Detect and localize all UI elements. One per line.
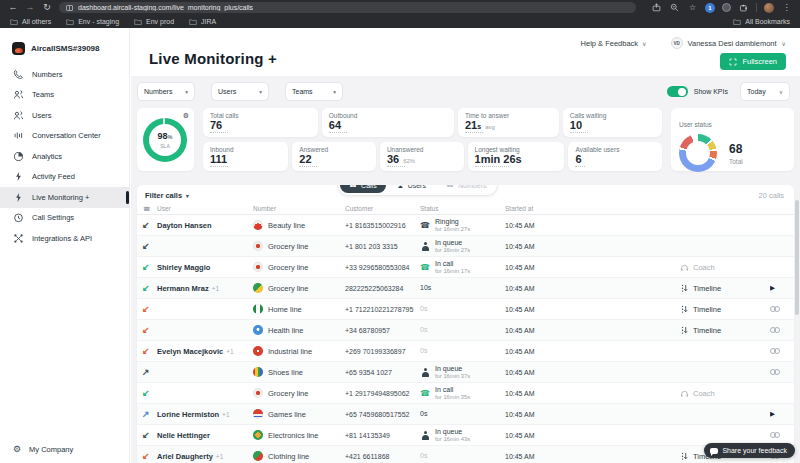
- period-dropdown[interactable]: Today∨: [740, 82, 790, 101]
- kpi-section: ⚙ 98% SLA Total calls 76: [137, 108, 794, 171]
- table-row[interactable]: Ariel Daugherty+1 Clothing line +421 661…: [137, 446, 794, 463]
- scrollbar-thumb[interactable]: [795, 200, 799, 315]
- row-secondary-action[interactable]: [770, 432, 780, 438]
- users-filter-dropdown[interactable]: Users▾: [211, 82, 269, 101]
- row-secondary-action[interactable]: [770, 410, 775, 418]
- status-label: 0s: [420, 347, 427, 355]
- caret-down-icon: ▾: [259, 89, 262, 95]
- table-row[interactable]: Shirley Maggio Grocery line +33 92965805…: [137, 257, 794, 278]
- sidebar-item-integrations-api[interactable]: Integrations & API: [0, 228, 129, 249]
- kpi-unanswered: Unanswered 3662%: [380, 142, 464, 171]
- pie-chart-icon: [13, 151, 24, 162]
- bookmark-star-icon[interactable]: ☆: [687, 2, 698, 13]
- sidebar-item-live-monitoring[interactable]: Live Monitoring +: [0, 187, 129, 208]
- all-bookmarks[interactable]: All Bookmarks: [733, 18, 790, 26]
- kpi-longest-waiting: Longest waiting 1min 26s: [468, 142, 565, 171]
- teams-filter-dropdown[interactable]: Teams▾: [285, 82, 343, 101]
- user-menu[interactable]: VD Vanessa Desi damblemont ∨: [671, 37, 786, 49]
- row-secondary-action[interactable]: [770, 284, 775, 292]
- row-action-button[interactable]: Timeline: [680, 305, 721, 314]
- status-icon: [420, 430, 431, 441]
- equalizer-icon: [13, 130, 24, 141]
- share-feedback-button[interactable]: Share your feedback: [704, 443, 795, 458]
- address-bar[interactable]: dashboard.aircall-staging.com/live_monit…: [59, 2, 636, 13]
- bookmark-folder[interactable]: JIRA: [189, 18, 216, 26]
- line-name: Shoes line: [268, 368, 303, 377]
- user-name: Shirley Maggio: [157, 263, 210, 272]
- sidebar-item-users[interactable]: Users: [0, 105, 129, 126]
- kpi-calls-waiting: Calls waiting 10: [563, 108, 662, 137]
- back-icon[interactable]: ←: [8, 3, 18, 12]
- url-text: dashboard.aircall-staging.com/live_monit…: [78, 4, 253, 11]
- caret-down-icon: ▾: [186, 193, 189, 199]
- password-manager-icon[interactable]: 1: [705, 3, 715, 13]
- sidebar-item-my-company[interactable]: ⚙ My Company: [0, 444, 129, 454]
- row-action-button[interactable]: Timeline: [680, 326, 721, 335]
- status-duration: for 16min 27s: [435, 226, 470, 233]
- line-flag-icon: [253, 451, 263, 461]
- table-row[interactable]: Health line +34 68780957 0s 10:45 AM Tim…: [137, 320, 794, 341]
- bookmark-folder[interactable]: Env prod: [134, 18, 174, 26]
- customer-number: +33 9296580553084: [345, 264, 420, 271]
- show-kpis-toggle[interactable]: [667, 86, 688, 97]
- customer-number: +81 14135349: [345, 432, 420, 439]
- table-row[interactable]: Home line +1 712210221278795 0s 10:45 AM…: [137, 299, 794, 320]
- status-icon: [420, 220, 431, 231]
- row-secondary-action[interactable]: [770, 327, 780, 333]
- sidebar-item-teams[interactable]: Teams: [0, 85, 129, 106]
- share-icon[interactable]: [651, 2, 662, 13]
- timeline-icon: [680, 305, 689, 314]
- teams-icon: [13, 89, 24, 100]
- table-row[interactable]: Evelyn Macejkovic+1 Industrial line +269…: [137, 341, 794, 362]
- table-row[interactable]: Grocery line +1 801 203 3315 In queue fo…: [137, 236, 794, 257]
- row-action-button[interactable]: Coach: [680, 389, 715, 398]
- phone-icon: [13, 69, 24, 80]
- sidebar-item-call-settings[interactable]: Call Settings: [0, 208, 129, 229]
- bookmark-folder[interactable]: All others: [10, 18, 51, 26]
- user-name: Lorine Hermiston: [157, 410, 219, 419]
- row-secondary-action[interactable]: [770, 306, 780, 312]
- bookmark-folder[interactable]: Env - staging: [66, 18, 119, 26]
- extension-badge-icon[interactable]: [722, 3, 731, 12]
- status-icon: [420, 367, 431, 378]
- company-switcher[interactable]: AircallSMS#39098: [0, 39, 129, 57]
- sidebar-item-analytics[interactable]: Analytics: [0, 146, 129, 167]
- chat-bubble-icon: [710, 448, 718, 454]
- browser-menu-icon[interactable]: ⋮: [781, 2, 792, 13]
- fullscreen-button[interactable]: Fullscreen: [720, 53, 786, 70]
- help-feedback-menu[interactable]: Help & Feedback∨: [581, 39, 647, 48]
- sidebar-item-conversation-center[interactable]: Conversation Center: [0, 126, 129, 147]
- tab-users[interactable]: Users: [388, 185, 435, 193]
- user-name: Nelle Hettinger: [157, 431, 210, 440]
- line-name: Health line: [268, 326, 303, 335]
- sla-settings-gear-icon[interactable]: ⚙: [183, 112, 189, 120]
- sidebar-item-activity-feed[interactable]: Activity Feed: [0, 167, 129, 188]
- forward-icon[interactable]: →: [25, 3, 35, 12]
- numbers-filter-dropdown[interactable]: Numbers▾: [137, 82, 195, 101]
- browser-profile-avatar[interactable]: [764, 3, 774, 13]
- row-action-button[interactable]: Timeline: [680, 284, 721, 293]
- zoom-icon[interactable]: [669, 2, 680, 13]
- table-row[interactable]: Dayton Hansen Beauty line +1 81635150029…: [137, 215, 794, 236]
- filter-calls-dropdown[interactable]: Filter calls▾: [145, 191, 189, 200]
- row-secondary-action[interactable]: [770, 348, 780, 354]
- aircall-logo: [12, 42, 25, 55]
- tab-numbers[interactable]: ☎ Numbers: [437, 185, 496, 193]
- extensions-icon[interactable]: [738, 2, 749, 13]
- table-row[interactable]: Shoes line +65 9354 1027 In queue for 16…: [137, 362, 794, 383]
- table-row[interactable]: Lorine Hermiston+1 Games line +65 745968…: [137, 404, 794, 425]
- sidebar-item-numbers[interactable]: Numbers: [0, 64, 129, 85]
- row-secondary-action[interactable]: [770, 369, 780, 375]
- calls-count: 20 calls: [759, 191, 784, 200]
- fullscreen-icon: [729, 58, 737, 66]
- reload-icon[interactable]: ↻: [42, 3, 52, 12]
- integrations-icon: [13, 233, 24, 244]
- row-action-button[interactable]: Coach: [680, 263, 715, 272]
- table-row[interactable]: Grocery line +1 29179494895062 In call f…: [137, 383, 794, 404]
- table-row[interactable]: Hermann Mraz+1 Grocery line 282225225063…: [137, 278, 794, 299]
- site-info-icon[interactable]: [66, 5, 73, 11]
- line-flag-icon: [253, 241, 263, 251]
- tab-calls[interactable]: ☎ Calls: [340, 185, 386, 193]
- customer-number: +1 712210221278795: [345, 306, 420, 313]
- table-row[interactable]: Nelle Hettinger Electronics line +81 141…: [137, 425, 794, 446]
